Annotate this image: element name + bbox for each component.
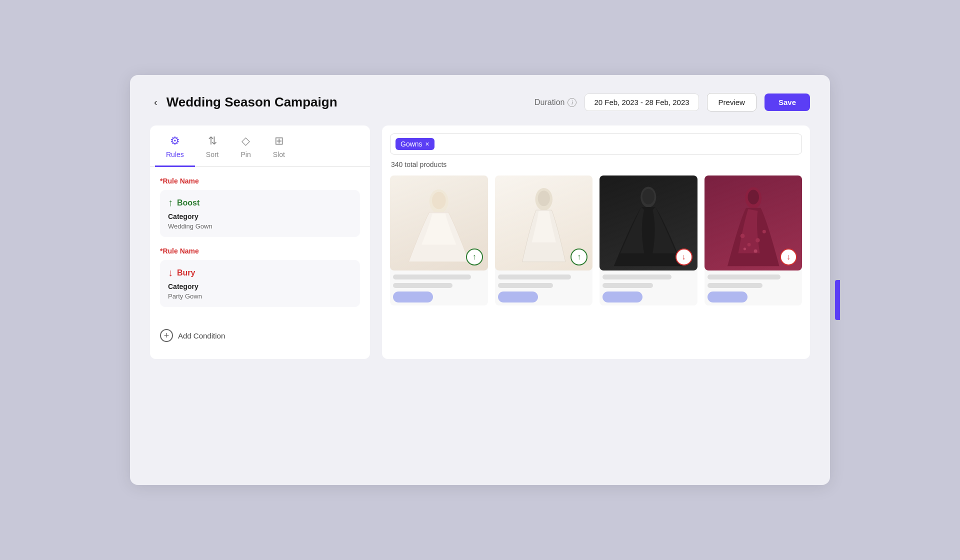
sidebar-content: *Rule Name ↑ Boost Category Wedding Gown… bbox=[150, 167, 370, 322]
product-text-6 bbox=[602, 283, 653, 288]
bury-arrow-icon: ↓ bbox=[168, 267, 173, 278]
add-condition-icon: + bbox=[160, 329, 173, 342]
body-layout: ⚙ Rules ⇅ Sort ◇ Pin ⊞ Slot bbox=[150, 126, 810, 359]
rule-name-label-1: *Rule Name bbox=[160, 177, 360, 185]
pin-icon: ◇ bbox=[242, 134, 250, 148]
product-image-2: ↑ bbox=[495, 176, 593, 270]
corner-accent bbox=[835, 280, 840, 320]
svg-point-9 bbox=[747, 243, 750, 246]
product-image-3: ↓ bbox=[600, 176, 698, 270]
rule-section-bury: *Rule Name ↓ Bury Category Party Gown bbox=[160, 247, 360, 307]
tab-pin-label: Pin bbox=[240, 150, 250, 158]
sort-icon: ⇅ bbox=[208, 134, 217, 148]
product-card-2: ↑ bbox=[495, 176, 593, 306]
product-text-7 bbox=[708, 274, 781, 280]
header-left: ‹ Wedding Season Campaign bbox=[150, 94, 338, 110]
rule-category-1: Category bbox=[168, 212, 352, 220]
svg-point-5 bbox=[642, 189, 654, 204]
back-button[interactable]: ‹ bbox=[150, 94, 162, 110]
svg-point-13 bbox=[754, 250, 757, 253]
rule-type-row-bury: ↓ Bury bbox=[168, 267, 352, 278]
rule-type-boost: Boost bbox=[177, 198, 200, 208]
svg-point-1 bbox=[432, 192, 446, 210]
rule-value-1: Wedding Gown bbox=[168, 222, 352, 230]
product-pill-4 bbox=[708, 292, 748, 302]
tab-sort-label: Sort bbox=[206, 150, 219, 158]
gowns-tag-label: Gowns bbox=[400, 140, 422, 148]
product-pill-3 bbox=[602, 292, 642, 302]
tabs: ⚙ Rules ⇅ Sort ◇ Pin ⊞ Slot bbox=[150, 126, 370, 167]
product-image-4: ↓ bbox=[704, 176, 802, 270]
add-condition-row[interactable]: + Add Condition bbox=[150, 322, 370, 349]
product-boost-btn-2[interactable]: ↑ bbox=[570, 248, 588, 266]
header: ‹ Wedding Season Campaign Duration i 20 … bbox=[150, 93, 810, 112]
product-text-5 bbox=[602, 274, 672, 280]
rule-card-boost: ↑ Boost Category Wedding Gown bbox=[160, 190, 360, 237]
main-content: Gowns × 340 total products bbox=[382, 126, 810, 359]
products-grid: ↑ bbox=[390, 176, 802, 306]
svg-point-11 bbox=[762, 230, 766, 234]
product-text-4 bbox=[498, 283, 553, 288]
boost-arrow-icon: ↑ bbox=[168, 197, 173, 208]
sidebar: ⚙ Rules ⇅ Sort ◇ Pin ⊞ Slot bbox=[150, 126, 370, 359]
rule-card-bury: ↓ Bury Category Party Gown bbox=[160, 260, 360, 307]
duration-label: Duration i bbox=[534, 98, 576, 107]
duration-range[interactable]: 20 Feb, 2023 - 28 Feb, 2023 bbox=[584, 94, 698, 111]
product-image-1: ↑ bbox=[390, 176, 488, 270]
page-title: Wedding Season Campaign bbox=[166, 94, 338, 110]
tab-slot[interactable]: ⊞ Slot bbox=[262, 126, 296, 167]
header-right: Duration i 20 Feb, 2023 - 28 Feb, 2023 P… bbox=[534, 93, 810, 112]
rule-section-boost: *Rule Name ↑ Boost Category Wedding Gown bbox=[160, 177, 360, 237]
product-boost-btn-1[interactable]: ↑ bbox=[466, 248, 483, 266]
tab-rules-label: Rules bbox=[166, 150, 184, 158]
rule-value-2: Party Gown bbox=[168, 292, 352, 300]
product-info-4 bbox=[704, 270, 802, 306]
info-icon[interactable]: i bbox=[568, 98, 576, 107]
tab-rules[interactable]: ⚙ Rules bbox=[155, 126, 195, 167]
slot-icon: ⊞ bbox=[274, 134, 284, 148]
tab-slot-label: Slot bbox=[273, 150, 285, 158]
preview-button[interactable]: Preview bbox=[707, 93, 756, 112]
product-text-3 bbox=[498, 274, 572, 280]
rule-name-label-2: *Rule Name bbox=[160, 247, 360, 255]
product-text-1 bbox=[393, 274, 471, 280]
search-bar[interactable]: Gowns × bbox=[390, 134, 802, 154]
svg-point-3 bbox=[538, 190, 550, 206]
rules-icon: ⚙ bbox=[170, 134, 180, 148]
product-text-8 bbox=[708, 283, 762, 288]
product-bury-btn-4[interactable]: ↓ bbox=[780, 248, 797, 266]
gowns-tag: Gowns × bbox=[396, 138, 434, 150]
svg-point-10 bbox=[756, 238, 760, 242]
product-bury-btn-3[interactable]: ↓ bbox=[676, 248, 692, 266]
app-container: ‹ Wedding Season Campaign Duration i 20 … bbox=[130, 75, 830, 485]
duration-text: Duration bbox=[534, 98, 564, 107]
save-button[interactable]: Save bbox=[764, 94, 810, 111]
product-card-3: ↓ bbox=[600, 176, 698, 306]
product-pill-1 bbox=[393, 292, 433, 302]
svg-point-8 bbox=[740, 234, 744, 238]
tab-pin[interactable]: ◇ Pin bbox=[230, 126, 262, 167]
rule-type-row-boost: ↑ Boost bbox=[168, 197, 352, 208]
product-info-3 bbox=[600, 270, 698, 306]
product-info-1 bbox=[390, 270, 488, 306]
svg-point-12 bbox=[743, 248, 746, 250]
product-pill-2 bbox=[498, 292, 538, 302]
product-info-2 bbox=[495, 270, 593, 306]
product-text-2 bbox=[393, 283, 452, 288]
rule-category-2: Category bbox=[168, 282, 352, 290]
products-count: 340 total products bbox=[390, 160, 802, 168]
svg-point-7 bbox=[748, 190, 758, 204]
gowns-tag-close[interactable]: × bbox=[426, 140, 430, 148]
tab-sort[interactable]: ⇅ Sort bbox=[195, 126, 230, 167]
add-condition-label: Add Condition bbox=[178, 332, 225, 340]
product-card-1: ↑ bbox=[390, 176, 488, 306]
rule-type-bury: Bury bbox=[177, 268, 195, 278]
product-card-4: ↓ bbox=[704, 176, 802, 306]
